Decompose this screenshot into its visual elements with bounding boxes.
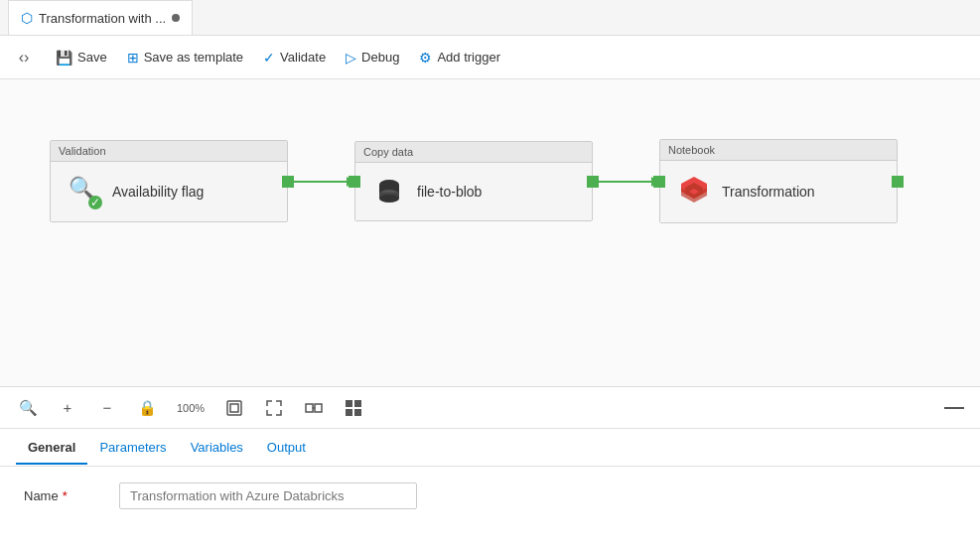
canvas-fit-icon[interactable] (222, 396, 246, 420)
trigger-icon: ⚙ (419, 50, 432, 66)
svg-rect-14 (346, 400, 352, 407)
svg-rect-15 (354, 400, 361, 407)
main-toolbar: ‹› 💾 Save ⊞ Save as template ✓ Validate … (0, 36, 980, 79)
save-button[interactable]: 💾 Save (48, 46, 115, 69)
validation-node-body: Availability flag (51, 162, 287, 221)
notebook-node[interactable]: Notebook Transformation (659, 139, 898, 223)
connector-1 (288, 177, 354, 187)
canvas-zoom-100-icon[interactable]: 100% (175, 396, 207, 420)
pipeline-tab[interactable]: ⬡ Transformation with ... (8, 0, 193, 35)
notebook-node-header: Notebook (660, 140, 897, 161)
save-template-icon: ⊞ (127, 50, 139, 66)
modified-indicator (172, 14, 180, 22)
debug-button[interactable]: ▷ Debug (338, 46, 407, 69)
svg-rect-9 (227, 401, 241, 415)
validation-node-wrapper: Validation Availability flag (50, 140, 288, 222)
copy-node-header: Copy data (355, 142, 592, 163)
pipeline-flow: Validation Availability flag Copy data (50, 139, 898, 223)
name-input[interactable] (119, 482, 417, 509)
notebook-input-dot (653, 176, 665, 188)
canvas-autofit-icon[interactable] (302, 396, 326, 420)
tab-output[interactable]: Output (255, 432, 318, 465)
copy-node-wrapper: Copy data file-to-blob (354, 141, 593, 221)
name-field-label: Name * (24, 488, 103, 503)
canvas-zoom-out-icon[interactable]: − (95, 396, 119, 420)
properties-tabs: General Parameters Variables Output (0, 429, 980, 467)
canvas-expand-icon[interactable] (262, 396, 286, 420)
validation-icon (67, 176, 102, 207)
canvas-bottom-toolbar: 🔍 + − 🔒 100% (0, 387, 980, 429)
copy-input-dot (349, 176, 360, 188)
canvas-layout-icon[interactable] (342, 396, 365, 420)
tab-variables[interactable]: Variables (179, 432, 255, 465)
tab-bar: ⬡ Transformation with ... (0, 0, 980, 36)
canvas-search-icon[interactable]: 🔍 (16, 396, 40, 420)
save-as-template-label: Save as template (144, 50, 243, 65)
canvas-zoom-in-icon[interactable]: + (56, 396, 79, 420)
tab-parameters[interactable]: Parameters (87, 432, 178, 465)
tab-general[interactable]: General (16, 432, 87, 465)
save-as-template-button[interactable]: ⊞ Save as template (119, 46, 251, 69)
svg-point-4 (379, 195, 399, 203)
validate-icon: ✓ (263, 50, 275, 66)
copy-node-body: file-to-blob (355, 163, 592, 220)
connector-line-2 (593, 181, 652, 183)
validation-node-header: Validation (51, 141, 287, 162)
svg-rect-12 (315, 404, 322, 412)
databricks-icon (676, 175, 712, 208)
pipeline-tab-label: Transformation with ... (39, 11, 166, 26)
notebook-output-dot (892, 176, 904, 188)
connector-line-1 (288, 181, 348, 183)
copy-node[interactable]: Copy data file-to-blob (354, 141, 593, 221)
add-trigger-button[interactable]: ⚙ Add trigger (411, 46, 508, 69)
connector-2 (593, 177, 659, 187)
svg-rect-16 (346, 409, 352, 416)
required-asterisk: * (63, 488, 68, 503)
copy-output-dot (587, 176, 599, 188)
add-trigger-label: Add trigger (437, 50, 500, 65)
notebook-node-body: Transformation (660, 161, 897, 222)
pipeline-canvas[interactable]: Validation Availability flag Copy data (0, 79, 980, 387)
svg-rect-11 (306, 404, 313, 412)
validation-node[interactable]: Validation Availability flag (50, 140, 288, 222)
svg-rect-17 (354, 409, 361, 416)
debug-label: Debug (361, 50, 399, 65)
pipeline-tab-icon: ⬡ (21, 10, 33, 26)
notebook-node-wrapper: Notebook Transformation (659, 139, 898, 223)
save-icon: 💾 (56, 50, 72, 66)
name-field-row: Name * (24, 482, 956, 509)
notebook-node-label: Transformation (722, 184, 815, 200)
debug-icon: ▷ (346, 50, 356, 66)
save-label: Save (77, 50, 107, 65)
minimize-panel-button[interactable] (944, 407, 964, 409)
copy-icon (371, 177, 407, 206)
validate-label: Validate (280, 50, 326, 65)
copy-node-label: file-to-blob (417, 184, 482, 200)
canvas-lock-icon[interactable]: 🔒 (135, 396, 159, 420)
properties-panel: Name * (0, 467, 980, 525)
collapse-button[interactable]: ‹› (12, 46, 36, 69)
validation-node-label: Availability flag (112, 184, 204, 200)
svg-rect-10 (230, 404, 238, 412)
validation-output-dot (282, 176, 294, 188)
validate-button[interactable]: ✓ Validate (255, 46, 334, 69)
